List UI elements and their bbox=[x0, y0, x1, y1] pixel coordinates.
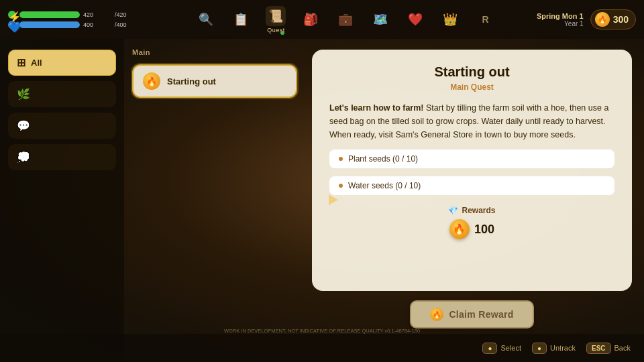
hp-bar-bg bbox=[19, 11, 80, 18]
coin-icon: 🔥 bbox=[595, 12, 610, 27]
claim-reward-button[interactable]: 🔥 Claim Reward bbox=[410, 300, 533, 328]
sidebar-btn-cat3[interactable]: 💭 bbox=[8, 144, 116, 170]
nav-map[interactable]: 🗺️ bbox=[370, 9, 390, 29]
dev-notice: WORK IN DEVELOPMENT, NOT INDICATIVE OF R… bbox=[0, 328, 644, 334]
hp-bar-fill bbox=[19, 11, 80, 18]
all-icon: ⊞ bbox=[17, 56, 25, 69]
rewards-label-text: Rewards bbox=[462, 206, 495, 215]
sidebar-all-label: All bbox=[31, 58, 42, 68]
cat3-icon: 💭 bbox=[17, 151, 30, 164]
date-info: Spring Mon 1 Year 1 bbox=[537, 12, 584, 27]
nav-bag[interactable]: 🎒 bbox=[301, 9, 321, 29]
year-text: Year 1 bbox=[537, 20, 584, 27]
quest-detail-title: Starting out bbox=[329, 64, 614, 80]
topbar-right: Spring Mon 1 Year 1 🔥 300 bbox=[537, 9, 636, 29]
cat2-icon: 💬 bbox=[17, 119, 30, 132]
mp-bar-fill bbox=[19, 21, 80, 28]
claim-btn-label: Claim Reward bbox=[449, 309, 513, 320]
sidebar-btn-all[interactable]: ⊞ All bbox=[8, 50, 116, 76]
nav-search[interactable]: 🔍 bbox=[196, 9, 216, 29]
reward-row: 🔥 100 bbox=[449, 219, 494, 239]
quest-description: Let's learn how to farm! Start by tillin… bbox=[329, 101, 614, 141]
main-layout: ⊞ All 🌿 💬 💭 Main 🔥 Starting out Starting… bbox=[0, 39, 644, 362]
quest-desc-bold: Let's learn how to farm! bbox=[329, 103, 424, 113]
mp-max: /400 bbox=[115, 21, 143, 28]
nav-r[interactable]: R bbox=[475, 9, 495, 29]
mp-text: 400 bbox=[83, 21, 111, 28]
bottom-action-back: ESC Back bbox=[586, 343, 631, 354]
sidebar-btn-cat1[interactable]: 🌿 bbox=[8, 81, 116, 107]
crown-icon: 👑 bbox=[440, 9, 460, 29]
claim-btn-wrap: 🔥 Claim Reward bbox=[312, 300, 632, 328]
quest-icon: 📜 bbox=[266, 6, 286, 26]
quest-detail-card: Starting out Main Quest Let's learn how … bbox=[312, 50, 632, 291]
season-text: Spring Mon 1 bbox=[537, 12, 584, 20]
rewards-section: 💎 Rewards 🔥 100 bbox=[329, 206, 614, 239]
r-icon: R bbox=[475, 9, 495, 29]
map-icon: 🗺️ bbox=[370, 9, 390, 29]
hp-text: 420 bbox=[83, 11, 111, 18]
nav-quest[interactable]: 📜 Quest bbox=[266, 6, 286, 34]
hp-max: /420 bbox=[115, 11, 143, 18]
quest-section-label: Main bbox=[132, 48, 297, 56]
bag-icon: 🎒 bbox=[301, 9, 321, 29]
sidebar: ⊞ All 🌿 💬 💭 bbox=[0, 39, 124, 362]
mp-bar-wrap: 💙 400 /400 bbox=[8, 21, 143, 29]
nav-inventory[interactable]: 💼 bbox=[335, 9, 356, 29]
objective-dot-2 bbox=[339, 184, 343, 188]
objective-plant-text: Plant seeds (0 / 10) bbox=[348, 154, 418, 164]
journal-icon: 📋 bbox=[231, 9, 251, 29]
back-label: Back bbox=[614, 344, 631, 352]
hp-bar-wrap: ⚡ 420 /420 bbox=[8, 11, 143, 19]
topbar: ⚡ 420 /420 💙 400 /400 🔍 📋 📜 Quest bbox=[0, 0, 644, 39]
bottombar: ● Select ● Untrack ESC Back bbox=[0, 334, 644, 362]
back-key: ESC bbox=[586, 343, 611, 354]
reward-value: 100 bbox=[474, 223, 494, 237]
quest-card-starting-out[interactable]: 🔥 Starting out bbox=[132, 64, 297, 98]
objective-dot-1 bbox=[339, 157, 343, 161]
objective-water: Water seeds (0 / 10) bbox=[329, 176, 614, 195]
search-icon: 🔍 bbox=[196, 9, 216, 29]
objective-plant: Plant seeds (0 / 10) bbox=[329, 149, 614, 168]
untrack-label: Untrack bbox=[550, 344, 576, 352]
mp-bar-bg bbox=[19, 21, 80, 28]
quest-card-title: Starting out bbox=[167, 76, 216, 86]
currency-wrap: 🔥 300 bbox=[590, 9, 636, 29]
select-key: ● bbox=[482, 343, 497, 354]
rewards-gem-icon: 💎 bbox=[448, 206, 458, 215]
rewards-label: 💎 Rewards bbox=[448, 206, 495, 215]
bottom-action-untrack: ● Untrack bbox=[532, 343, 576, 354]
claim-btn-icon: 🔥 bbox=[430, 308, 443, 321]
cat1-icon: 🌿 bbox=[17, 88, 30, 101]
stat-bars: ⚡ 420 /420 💙 400 /400 bbox=[8, 11, 143, 29]
quest-detail-subtitle: Main Quest bbox=[329, 82, 614, 92]
hp-icon: ⚡ bbox=[8, 11, 16, 19]
currency-amount: 300 bbox=[613, 14, 629, 25]
objective-water-text: Water seeds (0 / 10) bbox=[348, 181, 421, 190]
nav-crown[interactable]: 👑 bbox=[440, 9, 460, 29]
nav-journal[interactable]: 📋 bbox=[231, 9, 251, 29]
sidebar-btn-cat2[interactable]: 💬 bbox=[8, 113, 116, 139]
inventory-icon: 💼 bbox=[335, 9, 356, 29]
reward-coin-icon: 🔥 bbox=[449, 219, 470, 239]
quest-card-icon: 🔥 bbox=[143, 72, 160, 90]
nav-heart[interactable]: ❤️ bbox=[405, 9, 425, 29]
mp-icon: 💙 bbox=[8, 21, 16, 29]
select-label: Select bbox=[500, 344, 521, 352]
heart-icon: ❤️ bbox=[405, 9, 425, 29]
cursor-arrow bbox=[329, 194, 338, 205]
topbar-nav: 🔍 📋 📜 Quest 🎒 💼 🗺️ ❤️ 👑 R bbox=[155, 6, 537, 34]
untrack-key: ● bbox=[532, 343, 547, 354]
quest-list-panel: Main 🔥 Starting out bbox=[124, 39, 305, 362]
bottom-action-select: ● Select bbox=[482, 343, 521, 354]
quest-detail-panel: Starting out Main Quest Let's learn how … bbox=[305, 39, 644, 362]
